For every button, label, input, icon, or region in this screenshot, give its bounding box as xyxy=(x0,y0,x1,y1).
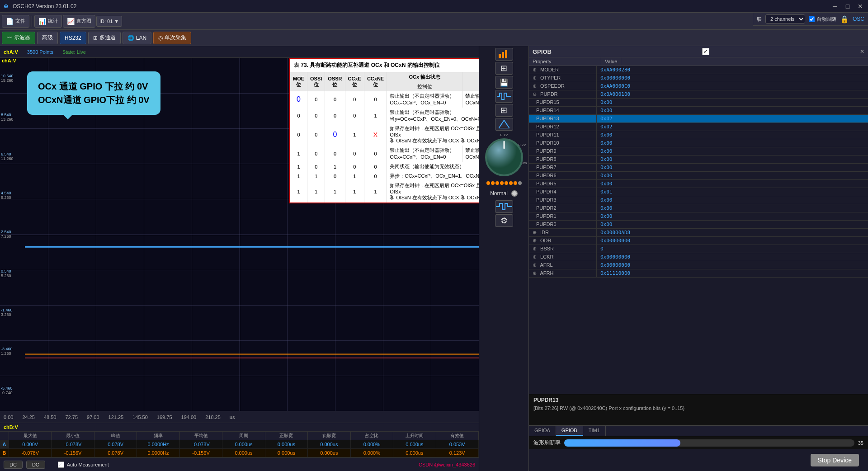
meas-b-peak: 0.078V xyxy=(94,449,137,457)
channel-a-label: chA:V xyxy=(4,49,18,55)
channel-b-label-bar: chB:V xyxy=(0,423,479,431)
normal-dot xyxy=(511,190,518,197)
single-capture-button[interactable]: ◎ 单次采集 xyxy=(153,32,191,44)
bar-chart-icon xyxy=(499,50,509,58)
desc-title: PUPDR13 xyxy=(533,397,863,403)
lan-button[interactable]: 🌐 LAN xyxy=(123,32,151,44)
normal-indicator: Normal xyxy=(486,188,521,198)
v-label-3: 6.54011.260 xyxy=(1,152,24,161)
svg-marker-7 xyxy=(499,120,509,128)
meas-a-max: 0.000V xyxy=(9,440,52,448)
prop-row-pupdr13[interactable]: PUPDR13 0x02 xyxy=(529,115,868,123)
file-button[interactable]: 📄 文件 xyxy=(2,15,29,28)
wf-rate-slider[interactable] xyxy=(564,439,854,447)
signal-type-buttons: ⊞ 💾 ⊞ xyxy=(495,48,513,131)
grid-icon-btn[interactable]: ⊞ xyxy=(495,104,513,117)
time-6: 145.50 xyxy=(132,414,148,420)
tab-gpioa[interactable]: GPIOA xyxy=(529,426,556,436)
waveform2-icon-btn[interactable] xyxy=(495,200,513,213)
time-axis: 0.00 24.25 48.50 72.75 97.00 121.25 145.… xyxy=(0,411,479,423)
prop-row-pupdr0: PUPDR0 0x00 xyxy=(529,221,868,229)
waveform-icon-btn[interactable] xyxy=(495,90,513,103)
dc-button-2[interactable]: DC xyxy=(26,461,45,469)
svg-text:0.2V: 0.2V xyxy=(518,143,526,147)
tab-gpiob[interactable]: GPIOB xyxy=(556,426,583,436)
channel-info-bar: chA:V 3500 Points State: Live xyxy=(0,46,479,58)
minimize-button[interactable]: ─ xyxy=(831,2,839,10)
wf-slider-fill xyxy=(564,439,680,447)
stop-device-container: Stop Device xyxy=(529,449,868,471)
oscilloscope-panel: chA:V 3500 Points State: Live chA:V xyxy=(0,46,479,471)
meas-b-duty: 0.000% xyxy=(351,449,393,457)
auto-measurement-checkbox[interactable]: ✓ xyxy=(58,462,64,468)
table-sub-ocx: 控制位 xyxy=(387,82,462,91)
knob-area[interactable]: 0.1V 0.2V 50mV xyxy=(481,132,527,178)
auto-hide-input[interactable] xyxy=(809,16,815,22)
meas-col-peak: 峰值 xyxy=(94,432,137,440)
histogram-button[interactable]: 📈 直方图 xyxy=(63,15,95,28)
triangle-icon-btn[interactable] xyxy=(495,118,513,131)
rs232-button[interactable]: RS232 xyxy=(60,32,86,44)
normal-label: Normal xyxy=(490,190,508,197)
osc-icon: 〰 xyxy=(7,35,12,41)
prop-row-pupdr10: PUPDR10 0x00 xyxy=(529,139,868,147)
v-label-9: -5.460-0.740 xyxy=(1,386,24,395)
prop-row-afrh: ⊕ AFRH 0x11110000 xyxy=(529,269,868,278)
meas-b-rise: 0.000us xyxy=(393,449,436,457)
prop-row-afrl: ⊕ AFRL 0x00000000 xyxy=(529,261,868,269)
grid-icon: ⊞ xyxy=(93,35,98,41)
v-label-2: 8.54013.260 xyxy=(1,113,24,122)
lock-icon[interactable]: 🔒 xyxy=(840,15,849,24)
maximize-button[interactable]: □ xyxy=(844,2,852,10)
multichannel-button[interactable]: ⊞ 多通道 xyxy=(88,32,121,44)
table-row: 0 0 0 1 X 如果存在时钟，在死区后后 OCx=OISx 且 OCxN=O… xyxy=(290,124,479,146)
id-dropdown[interactable]: ID: 01 ▼ xyxy=(96,16,122,27)
stop-device-button[interactable]: Stop Device xyxy=(811,454,859,466)
prop-row-pupdr2: PUPDR2 0x00 xyxy=(529,204,868,212)
meas-ch-a-id: A xyxy=(0,440,9,448)
meas-b-freq: 0.0000Hz xyxy=(137,449,179,457)
plus-square-icon: ⊞ xyxy=(500,63,507,73)
advanced-button[interactable]: 高级 xyxy=(37,32,58,44)
tab-tim1[interactable]: TIM1 xyxy=(583,426,606,436)
table-content: MOE位 OSSI位 OSSR位 CCxE位 CCxNE位 OCx 输出状态 O… xyxy=(290,72,479,203)
meas-a-freq: 0.0000Hz xyxy=(137,440,179,448)
meas-b-avg: -0.156V xyxy=(180,449,222,457)
prop-row-pupdr9: PUPDR9 0x00 xyxy=(529,147,868,155)
connection-panel: 联 2 channels 自动眼随 🔒 OSC xyxy=(753,13,868,26)
val-col-header: Value xyxy=(601,57,621,66)
prop-row-pupdr14: PUPDR14 0x00 xyxy=(529,107,868,115)
prop-row-pupdr6: PUPDR6 0x00 xyxy=(529,172,868,180)
prop-row-lckr: ⊕ LCKR 0x00000000 xyxy=(529,253,868,261)
oscilloscope-display[interactable]: chA:V 10.54015.260 8. xyxy=(0,58,479,411)
gpio-enable-checkbox[interactable]: ✓ xyxy=(702,48,709,55)
description-area: PUPDR13 [Bits 27:26] RW (@ 0x4002040C) P… xyxy=(529,394,868,425)
bar-chart-icon-btn[interactable] xyxy=(495,48,513,61)
prop-row-pupdr8: PUPDR8 0x00 xyxy=(529,155,868,164)
meas-col-neg-pw: 负脉宽 xyxy=(308,432,350,440)
gear-icon-btn[interactable]: ⚙ xyxy=(495,214,513,227)
plus-square-btn[interactable]: ⊞ xyxy=(495,62,513,75)
points-info: 3500 Points xyxy=(27,49,53,55)
oscilloscope-button[interactable]: 〰 示波器 xyxy=(2,32,35,44)
meas-a-pos-pw: 0.000us xyxy=(265,440,308,448)
wf-rate-row: 波形刷新率 35 xyxy=(529,436,868,449)
prop-row-odr: ⊕ ODR 0x00000000 xyxy=(529,237,868,245)
table-col-ccxe: CCxE位 xyxy=(345,72,364,91)
meas-ch-col xyxy=(0,432,9,440)
dc-button-1[interactable]: DC xyxy=(4,461,23,469)
stats-button[interactable]: 📊 统计 xyxy=(34,15,62,28)
time-2: 48.50 xyxy=(44,414,57,420)
auto-hide-checkbox[interactable]: 自动眼随 xyxy=(809,16,836,23)
stats-icon: 📊 xyxy=(38,18,46,25)
save-icon-btn[interactable]: 💾 xyxy=(495,76,513,89)
meas-col-max: 最大值 xyxy=(9,432,52,440)
channel-dropdown[interactable]: 2 channels xyxy=(765,14,805,24)
gpio-close-button[interactable]: ✕ xyxy=(860,48,864,55)
close-button[interactable]: ✕ xyxy=(856,2,864,10)
wf-rate-label: 波形刷新率 xyxy=(533,439,561,447)
tooltip-bubble: OCx 通道 GPIO 下拉 约 0V OCxN通道 GPIO下拉 约 0V xyxy=(27,71,160,115)
tooltip-line2: OCxN通道 GPIO下拉 约 0V xyxy=(38,93,150,107)
settings-buttons: ⚙ xyxy=(495,200,513,227)
auto-measurement-label[interactable]: ✓ Auto Measurement xyxy=(58,462,109,468)
